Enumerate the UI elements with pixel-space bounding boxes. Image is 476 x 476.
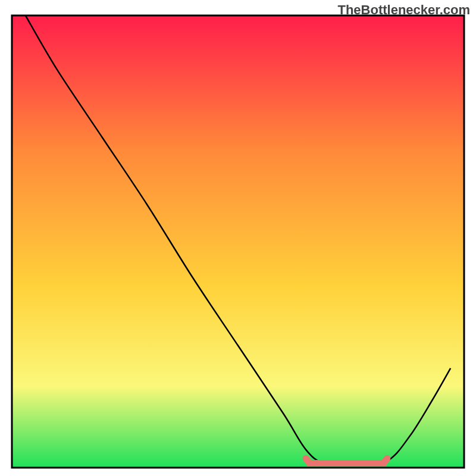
- bottleneck-chart: [0, 0, 476, 476]
- watermark-text: TheBottlenecker.com: [337, 2, 470, 18]
- chart-container: TheBottlenecker.com: [0, 0, 476, 476]
- plot-background: [12, 15, 464, 468]
